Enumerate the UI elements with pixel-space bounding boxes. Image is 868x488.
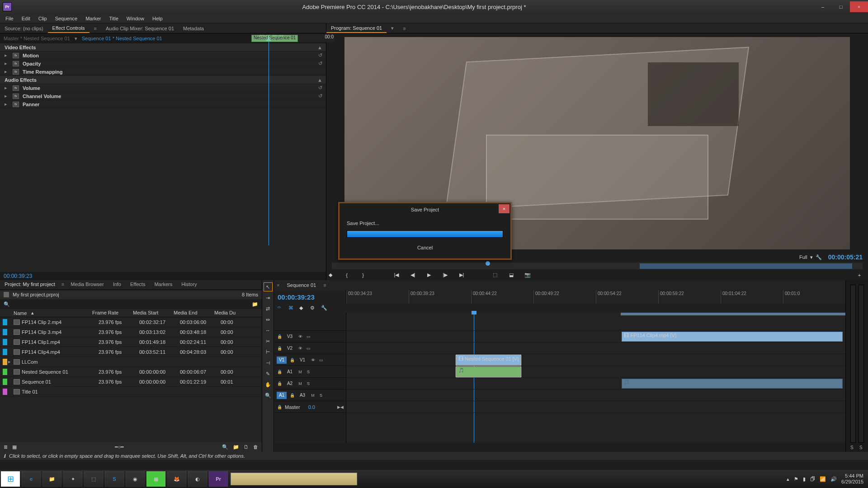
- go-out-icon[interactable]: ▶|: [458, 272, 466, 279]
- slip-tool-icon[interactable]: ⊢: [264, 348, 272, 356]
- project-row[interactable]: FP114 Clip4.mp423.976 fps00:03:52:1100:0…: [0, 347, 262, 357]
- taskbar-app2-icon[interactable]: ⬚: [84, 471, 103, 487]
- program-resolution[interactable]: Full: [799, 254, 807, 260]
- project-row[interactable]: FP114 Clip 3.mp423.976 fps00:03:13:0200:…: [0, 327, 262, 337]
- video-effects-header[interactable]: Video Effects▲: [0, 43, 326, 52]
- audio-effects-header[interactable]: Audio Effects▲: [0, 76, 326, 84]
- wrench-icon[interactable]: 🔧: [816, 254, 822, 260]
- fx-time-remapping[interactable]: ▸fxTime Remapping: [0, 68, 326, 76]
- export-frame-icon[interactable]: 📷: [524, 272, 532, 279]
- project-row[interactable]: Sequence 0123.976 fps00:00:00:0000:01:22…: [0, 377, 262, 387]
- tab-history[interactable]: History: [177, 280, 201, 290]
- track-header-a2[interactable]: 🔒A2MS: [274, 378, 346, 389]
- timeline-panel-menu-icon[interactable]: ≡: [321, 281, 329, 289]
- clip-a2[interactable]: 🎵: [622, 379, 843, 389]
- dialog-close-button[interactable]: ×: [499, 204, 509, 213]
- track-header-v1[interactable]: V1🔒V1👁▭: [274, 354, 346, 366]
- track-header-master[interactable]: 🔒Master0.0▶◀: [274, 401, 346, 413]
- tray-network-icon[interactable]: ▮: [803, 476, 806, 482]
- menu-marker[interactable]: Marker: [82, 15, 104, 22]
- maximize-button[interactable]: □: [832, 1, 850, 12]
- ec-mini-clip[interactable]: Nested Sequence 01: [251, 35, 298, 42]
- slide-tool-icon[interactable]: ⊣: [264, 359, 272, 367]
- selection-tool-icon[interactable]: ↖: [264, 283, 272, 291]
- project-list[interactable]: FP114 Clip 2.mp423.976 fps00:02:32:1700:…: [0, 317, 262, 442]
- hand-tool-icon[interactable]: ✋: [264, 380, 272, 389]
- project-row[interactable]: FP114 Clip1.mp423.976 fps00:01:49:1800:0…: [0, 337, 262, 347]
- ec-breadcrumb[interactable]: Sequence 01 * Nested Sequence 01: [82, 36, 162, 41]
- panel-menu-icon[interactable]: ≡: [90, 24, 101, 33]
- project-row[interactable]: Title 01: [0, 387, 262, 397]
- taskbar-firefox-icon[interactable]: 🦊: [167, 471, 186, 487]
- minimize-button[interactable]: –: [814, 1, 832, 12]
- wrench-icon[interactable]: 🔧: [321, 305, 327, 311]
- taskbar-app1-icon[interactable]: ✦: [63, 471, 82, 487]
- mark-out-icon[interactable]: }: [359, 272, 367, 279]
- fx-motion[interactable]: ▸fxMotion↺: [0, 52, 326, 60]
- clip-v1[interactable]: 🎞 Nested Sequence 01 [V]: [456, 355, 521, 365]
- step-back-icon[interactable]: ◀|: [409, 272, 417, 279]
- project-column-headers[interactable]: Name▴ Frame Rate Media Start Media End M…: [0, 309, 262, 317]
- tab-source[interactable]: Source: (no clips): [0, 24, 48, 33]
- track-header-a3[interactable]: A1🔒A3MS: [274, 389, 346, 401]
- tab-metadata[interactable]: Metadata: [179, 24, 208, 33]
- program-timecode[interactable]: 00:00:05:21: [828, 253, 863, 261]
- menu-title[interactable]: Title: [105, 15, 122, 22]
- project-row[interactable]: FP114 Clip 2.mp423.976 fps00:02:32:1700:…: [0, 317, 262, 327]
- play-icon[interactable]: ▶: [425, 272, 433, 279]
- taskbar-chrome-icon[interactable]: ◉: [126, 471, 145, 487]
- tray-action-center-icon[interactable]: ⚑: [794, 476, 798, 482]
- tab-effect-controls[interactable]: Effect Controls: [48, 24, 90, 33]
- tray-show-hidden-icon[interactable]: ▴: [787, 476, 789, 482]
- rolling-tool-icon[interactable]: ⇔: [264, 315, 272, 324]
- help-icon[interactable]: ℹ: [4, 453, 5, 459]
- tab-markers[interactable]: Markers: [150, 280, 177, 290]
- taskbar-premiere-icon[interactable]: Pr: [209, 471, 228, 487]
- tab-audio-mixer[interactable]: Audio Clip Mixer: Sequence 01: [101, 24, 179, 33]
- menu-help[interactable]: Help: [149, 15, 166, 22]
- track-header-v2[interactable]: 🔒V2👁▭: [274, 343, 346, 354]
- new-item-icon[interactable]: 🗋: [244, 444, 249, 450]
- clip-v3[interactable]: 🎞 FP114 Clip4.mp4 [V]: [622, 332, 843, 342]
- project-row[interactable]: ▸LLCom: [0, 357, 262, 367]
- tab-media-browser[interactable]: Media Browser: [66, 280, 108, 290]
- zoom-slider[interactable]: ━○━: [115, 444, 124, 450]
- pen-tool-icon[interactable]: ✎: [264, 370, 272, 378]
- tray-volume-icon[interactable]: 🔊: [830, 476, 837, 482]
- timeline-tab[interactable]: Sequence 01: [282, 281, 321, 289]
- new-bin-icon[interactable]: 📁: [233, 444, 239, 450]
- bin-selector-icon[interactable]: 📁: [252, 301, 258, 307]
- linked-selection-icon[interactable]: ⌘: [288, 305, 295, 311]
- taskbar-window-button[interactable]: [231, 473, 357, 485]
- tray-clock[interactable]: 5:44 PM6/29/2015: [841, 473, 863, 485]
- fx-volume[interactable]: ▸fxVolume↺: [0, 84, 326, 92]
- taskbar-explorer-icon[interactable]: 📁: [42, 471, 61, 487]
- find-icon[interactable]: 🔍: [222, 444, 228, 450]
- menu-edit[interactable]: Edit: [18, 15, 34, 22]
- taskbar[interactable]: ⊞ e 📁 ✦ ⬚ S ◉ ▦ 🦊 ◐ Pr ▴ ⚑ ▮ 🗍 📶 🔊 5:44 …: [0, 470, 868, 488]
- trash-icon[interactable]: 🗑: [253, 444, 258, 450]
- fx-opacity[interactable]: ▸fxOpacity↺: [0, 60, 326, 68]
- tab-program[interactable]: Program: Sequence 01: [326, 24, 387, 33]
- menu-file[interactable]: File: [2, 15, 17, 22]
- marker-add-icon[interactable]: ◆: [299, 305, 306, 311]
- step-fwd-icon[interactable]: |▶: [441, 272, 449, 279]
- button-editor-icon[interactable]: +: [855, 272, 863, 279]
- tab-effects[interactable]: Effects: [126, 280, 150, 290]
- snap-icon[interactable]: ⌔: [278, 305, 284, 311]
- program-playhead[interactable]: [486, 261, 490, 266]
- taskbar-ie-icon[interactable]: e: [22, 471, 41, 487]
- program-panel-menu-icon[interactable]: ≡: [398, 24, 410, 33]
- clip-a1[interactable]: 🎵: [456, 367, 521, 377]
- lift-icon[interactable]: ⬚: [491, 272, 499, 279]
- window-close-button[interactable]: ×: [850, 1, 868, 12]
- ripple-tool-icon[interactable]: ⇄: [264, 305, 272, 313]
- taskbar-app3-icon[interactable]: ▦: [146, 471, 165, 487]
- rate-stretch-tool-icon[interactable]: ↔: [264, 326, 272, 334]
- fx-panner[interactable]: ▸fxPanner: [0, 100, 326, 108]
- track-header-a1[interactable]: 🔒A1MS: [274, 366, 346, 378]
- taskbar-obs-icon[interactable]: ◐: [188, 471, 207, 487]
- list-view-icon[interactable]: ≣: [4, 444, 8, 450]
- taskbar-skype-icon[interactable]: S: [105, 471, 124, 487]
- cancel-button[interactable]: Cancel: [411, 243, 439, 252]
